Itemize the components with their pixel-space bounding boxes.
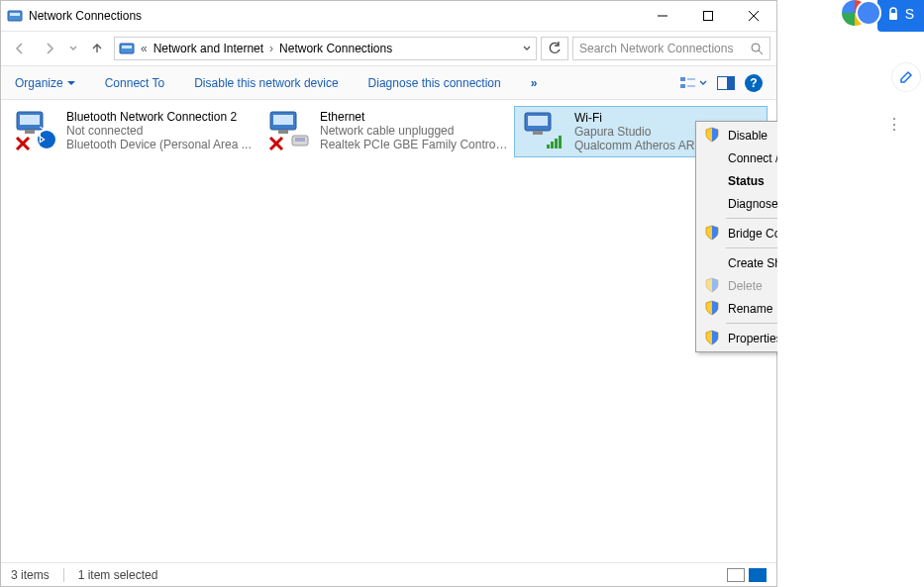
view-switcher [727,568,767,582]
window-controls [640,1,776,31]
connection-status: Not connected [66,124,252,138]
svg-rect-36 [889,13,897,20]
menu-label: Status [728,174,765,188]
connection-text: Ethernet Network cable unplugged Realtek… [320,110,508,151]
forward-button[interactable] [37,36,62,61]
explorer-window: Network Connections « Network and Intern… [0,0,777,587]
svg-rect-3 [704,12,713,21]
network-icon [266,110,312,151]
title-bar: Network Connections [1,1,776,31]
diagnose-button[interactable]: Diagnose this connection [368,76,501,90]
breadcrumb-trim: « [141,42,148,55]
command-bar: Organize Connect To Disable this network… [1,66,776,100]
svg-rect-7 [122,46,132,49]
svg-rect-11 [680,84,685,88]
connection-name: Ethernet [320,110,508,124]
view-options-button[interactable] [679,75,707,91]
selection-count: 1 item selected [78,568,158,582]
shield-icon [704,277,720,293]
search-placeholder: Search Network Connections [579,42,751,55]
refresh-button[interactable] [541,37,568,60]
breadcrumb-seg-1[interactable]: Network and Internet [154,42,263,55]
search-icon [751,43,764,55]
svg-rect-23 [273,115,293,125]
preview-pane-button[interactable] [717,76,735,90]
connect-to-button[interactable]: Connect To [105,76,165,90]
shield-icon [704,225,720,241]
edit-button[interactable] [892,63,920,91]
lock-icon [887,7,899,21]
close-button[interactable] [731,1,776,31]
svg-rect-34 [555,139,558,148]
back-button[interactable] [7,36,33,61]
svg-rect-1 [10,13,20,16]
svg-rect-33 [551,142,554,148]
svg-line-9 [759,50,763,54]
item-count: 3 items [11,568,50,582]
connection-text: Wi-Fi Gapura Studio Qualcomm Atheros AR9 [574,111,701,152]
organize-menu[interactable]: Organize [15,76,75,90]
connection-item-bluetooth[interactable]: Bluetooth Network Connection 2 Not conne… [7,106,260,155]
svg-rect-30 [528,116,548,126]
connection-status: Network cable unplugged [320,124,508,138]
svg-rect-26 [295,138,305,142]
secure-button[interactable]: S [877,0,924,32]
nav-bar: « Network and Internet › Network Connect… [1,31,776,66]
svg-rect-35 [559,136,562,148]
status-bar: 3 items 1 item selected [1,562,776,586]
connection-name: Bluetooth Network Connection 2 [66,110,252,124]
breadcrumb-seg-2[interactable]: Network Connections [279,42,392,55]
separator [63,568,64,582]
svg-rect-24 [278,130,288,134]
recent-dropdown[interactable] [66,36,80,61]
minimize-button[interactable] [640,1,685,31]
svg-rect-32 [547,145,550,148]
network-icon [521,111,566,152]
chevron-right-icon: › [269,42,273,55]
up-button[interactable] [84,36,110,61]
details-view-button[interactable] [727,568,745,582]
svg-rect-31 [533,131,543,135]
shield-icon [704,300,720,316]
content-area: Bluetooth Network Connection 2 Not conne… [1,100,776,562]
connection-device: Realtek PCIe GBE Family Controller [320,138,508,151]
connection-item-ethernet[interactable]: Ethernet Network cable unplugged Realtek… [260,106,514,155]
disable-device-button[interactable]: Disable this network device [194,76,338,90]
svg-point-8 [752,44,760,51]
menu-label: Delete [728,279,763,293]
menu-label: Diagnose [728,197,778,211]
svg-rect-17 [20,115,40,125]
large-icons-view-button[interactable] [749,568,767,582]
connection-text: Bluetooth Network Connection 2 Not conne… [66,110,252,151]
maximize-button[interactable] [685,1,731,31]
background-app-strip: S ⋮ [777,0,924,587]
breadcrumb[interactable]: « Network and Internet › Network Connect… [114,37,537,60]
overflow-button[interactable]: » [531,76,538,90]
connection-device: Qualcomm Atheros AR9 [574,139,701,152]
svg-rect-15 [727,77,734,89]
secure-label: S [905,6,914,22]
svg-rect-10 [680,77,685,81]
breadcrumb-dropdown-icon[interactable] [522,44,532,53]
more-icon[interactable]: ⋮ [886,115,904,134]
connection-device: Bluetooth Device (Personal Area ... [66,138,252,151]
connection-name: Wi-Fi [574,111,701,125]
search-input[interactable]: Search Network Connections [572,37,770,60]
app-icon [7,8,23,24]
avatar-icon [856,0,881,26]
location-icon [119,41,135,56]
svg-rect-18 [25,130,35,134]
menu-label: Disable [728,129,768,143]
help-button[interactable]: ? [745,74,763,92]
window-title: Network Connections [29,9,142,23]
connection-status: Gapura Studio [574,125,701,139]
menu-label: Rename [728,302,772,316]
avatar-group[interactable] [842,0,872,30]
network-icon [13,110,58,151]
shield-icon [704,330,720,345]
menu-label: Properties [728,332,782,345]
shield-icon [704,127,720,143]
